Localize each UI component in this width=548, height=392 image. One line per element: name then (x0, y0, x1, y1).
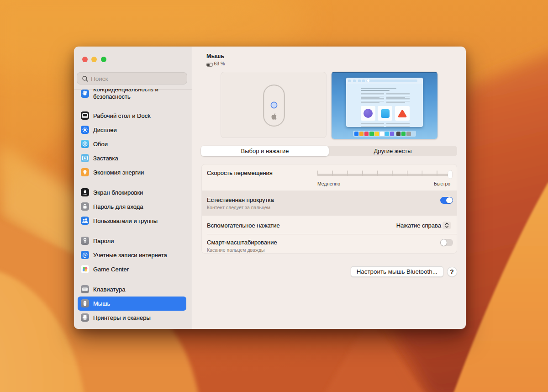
svg-text:@: @ (82, 252, 87, 258)
